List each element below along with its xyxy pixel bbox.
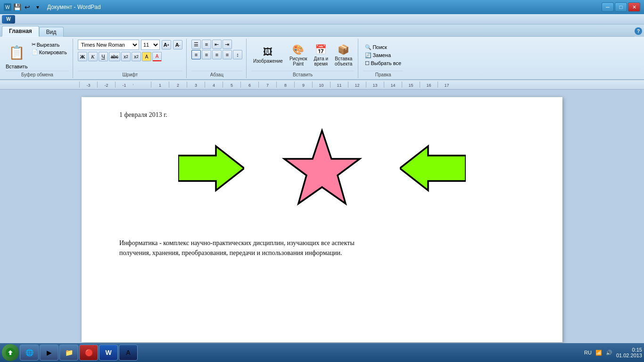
arrow-left-shape bbox=[400, 142, 466, 196]
insert-datetime-button[interactable]: 📅 Дата ивремя bbox=[312, 43, 330, 67]
ruler-mark: -2 bbox=[97, 82, 115, 88]
bold-button[interactable]: Ж bbox=[78, 52, 87, 61]
insert-image-button[interactable]: 🖼 Изображение bbox=[251, 46, 285, 65]
insert-paint-button[interactable]: 🎨 РисунокPaint bbox=[288, 43, 309, 67]
copy-icon: 📄 bbox=[32, 49, 38, 55]
ruler-mark bbox=[133, 84, 151, 85]
taskbar-time-display: 0:15 bbox=[616, 347, 642, 353]
quick-dropdown-icon[interactable]: ▼ bbox=[34, 3, 41, 11]
quick-undo-icon[interactable]: ↩ bbox=[24, 3, 31, 11]
minimize-button[interactable]: ─ bbox=[602, 2, 614, 12]
taskbar-clock: 0:15 01.02.2013 bbox=[616, 347, 642, 358]
ruler-mark: 3 bbox=[187, 82, 205, 88]
subscript-button[interactable]: х2 bbox=[121, 52, 131, 61]
highlight-button[interactable]: A bbox=[142, 52, 151, 61]
replace-icon: 🔄 bbox=[365, 52, 372, 58]
group-paragraph: ☰ ≡ ⇤ ⇥ ≡ ≡ ≡ ≡ ↕ Абзац bbox=[188, 39, 247, 78]
group-clipboard: 📋 Вставить ✂ Вырезать 📄 Копировать bbox=[2, 39, 73, 78]
taskbar: 🌐 ▶ 📁 🔴 W A RU 📶 🔊 0:15 01.02.2013 bbox=[0, 343, 644, 362]
font-size-increase-button[interactable]: A+ bbox=[162, 40, 171, 49]
clipboard-label: Буфер обмена bbox=[6, 71, 69, 77]
numbered-list-button[interactable]: ≡ bbox=[202, 40, 211, 49]
ruler-mark: 9 bbox=[294, 82, 312, 88]
ruler: -3 -2 -1 1 2 3 4 5 6 7 8 9 10 11 12 13 1… bbox=[0, 80, 644, 90]
document-body[interactable]: Информатика - комплекс научно-практическ… bbox=[119, 238, 525, 258]
document-page[interactable]: 1 февраля 2013 г. bbox=[82, 97, 562, 342]
replace-button[interactable]: 🔄 Замена bbox=[363, 52, 403, 59]
paste-button[interactable]: 📋 Вставить bbox=[6, 41, 28, 69]
ribbon-content: 📋 Вставить ✂ Вырезать 📄 Копировать bbox=[0, 37, 644, 79]
ruler-mark: 10 bbox=[312, 82, 330, 88]
office-button[interactable]: W bbox=[2, 15, 15, 24]
object-icon: 📦 bbox=[338, 44, 349, 55]
align-left-button[interactable]: ≡ bbox=[191, 50, 201, 59]
tab-view[interactable]: Вид bbox=[39, 27, 64, 37]
maximize-button[interactable]: □ bbox=[615, 2, 627, 12]
font-label: Шрифт bbox=[78, 71, 182, 77]
font-size-decrease-button[interactable]: A- bbox=[173, 40, 182, 49]
line-spacing-button[interactable]: ↕ bbox=[233, 50, 242, 59]
ruler-mark: 1 bbox=[151, 82, 169, 88]
format-row: Ж К Ч abc х2 х2 A A bbox=[78, 52, 182, 61]
underline-button[interactable]: Ч bbox=[99, 52, 108, 61]
svg-marker-1 bbox=[284, 131, 360, 204]
ruler-mark: 6 bbox=[240, 82, 258, 88]
font-size-select[interactable]: 11 bbox=[141, 40, 160, 50]
ruler-mark: 5 bbox=[223, 82, 240, 88]
help-icon[interactable]: ? bbox=[635, 27, 642, 35]
bullet-list-button[interactable]: ☰ bbox=[191, 40, 201, 49]
ruler-marks: -3 -2 -1 1 2 3 4 5 6 7 8 9 10 11 12 13 1… bbox=[79, 82, 455, 88]
insert-object-button[interactable]: 📦 Вставкаобъекта bbox=[333, 43, 354, 67]
document-shapes bbox=[119, 128, 525, 210]
increase-indent-button[interactable]: ⇥ bbox=[223, 40, 232, 49]
editing-label: Правка bbox=[363, 71, 403, 77]
title-bar: W 💾 ↩ ▼ Документ - WordPad ─ □ ✕ bbox=[0, 0, 644, 14]
arrow-right-shape bbox=[178, 142, 244, 196]
taskbar-app-program6[interactable]: A bbox=[119, 345, 138, 361]
image-label: Изображение bbox=[253, 58, 283, 64]
tab-home[interactable]: Главная bbox=[2, 26, 39, 37]
ruler-mark: 14 bbox=[384, 82, 402, 88]
find-button[interactable]: 🔍 Поиск bbox=[363, 44, 403, 51]
ruler-mark: 16 bbox=[420, 82, 438, 88]
decrease-indent-button[interactable]: ⇤ bbox=[212, 40, 222, 49]
cut-icon: ✂ bbox=[32, 41, 36, 48]
superscript-button[interactable]: х2 bbox=[132, 52, 141, 61]
select-all-button[interactable]: ☐ Выбрать все bbox=[363, 60, 403, 67]
taskbar-app-word[interactable]: W bbox=[99, 345, 118, 361]
ruler-mark: 8 bbox=[276, 82, 294, 88]
cut-button[interactable]: ✂ Вырезать bbox=[30, 41, 69, 48]
cut-copy-area: ✂ Вырезать 📄 Копировать bbox=[30, 41, 69, 69]
quick-save-icon[interactable]: 💾 bbox=[13, 3, 21, 11]
cut-label: Вырезать bbox=[37, 42, 60, 48]
italic-button[interactable]: К bbox=[88, 52, 98, 61]
color-button[interactable]: A bbox=[152, 52, 162, 61]
close-button[interactable]: ✕ bbox=[628, 2, 640, 12]
copy-button[interactable]: 📄 Копировать bbox=[30, 49, 69, 56]
ribbon: Главная Вид ? 📋 Вставить ✂ Вырезать bbox=[0, 25, 644, 80]
strikethrough-button[interactable]: abc bbox=[109, 52, 120, 61]
document-area[interactable]: 1 февраля 2013 г. bbox=[0, 90, 644, 348]
paragraph-label: Абзац bbox=[191, 71, 242, 77]
taskbar-app-media[interactable]: ▶ bbox=[40, 345, 58, 361]
justify-button[interactable]: ≡ bbox=[223, 50, 232, 59]
ruler-mark: -1 bbox=[115, 82, 133, 88]
insert-label: Вставить bbox=[251, 71, 355, 77]
window-title: Документ - WordPad bbox=[47, 4, 101, 10]
font-select[interactable]: Times New Roman bbox=[78, 40, 139, 50]
title-bar-left: W 💾 ↩ ▼ Документ - WordPad bbox=[4, 3, 101, 11]
datetime-label: Дата ивремя bbox=[314, 56, 329, 66]
align-center-button[interactable]: ≡ bbox=[202, 50, 211, 59]
start-button[interactable] bbox=[2, 344, 19, 361]
paint-icon: 🎨 bbox=[292, 44, 304, 55]
datetime-icon: 📅 bbox=[315, 44, 327, 55]
taskbar-app-browser[interactable]: 🌐 bbox=[20, 345, 39, 361]
star-shape bbox=[282, 128, 362, 210]
paint-label: РисунокPaint bbox=[289, 56, 307, 66]
align-right-button[interactable]: ≡ bbox=[212, 50, 222, 59]
ruler-mark: 11 bbox=[330, 82, 348, 88]
replace-label: Замена bbox=[372, 52, 391, 58]
taskbar-app-files[interactable]: 📁 bbox=[59, 345, 78, 361]
taskbar-app-program4[interactable]: 🔴 bbox=[79, 345, 98, 361]
svg-marker-2 bbox=[400, 146, 466, 190]
